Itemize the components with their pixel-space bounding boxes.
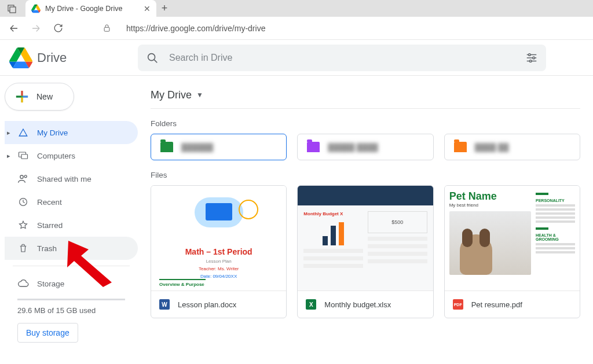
recent-icon bbox=[17, 197, 29, 207]
storage-usage-text: 29.6 MB of 15 GB used bbox=[5, 306, 138, 315]
excel-icon: X bbox=[306, 299, 316, 310]
new-button-label: New bbox=[36, 92, 53, 101]
file-name: Pet resume.pdf bbox=[471, 300, 522, 309]
drive-logo-icon bbox=[9, 46, 32, 69]
shared-icon bbox=[17, 173, 29, 185]
svg-point-11 bbox=[24, 175, 27, 178]
computers-icon bbox=[17, 150, 29, 161]
breadcrumb[interactable]: My Drive ▼ bbox=[151, 84, 580, 106]
file-thumbnail: Pet Name My best friend Personality Heal… bbox=[445, 186, 580, 291]
reload-button[interactable] bbox=[52, 23, 64, 34]
sidebar: New ▸ My Drive ▸ Computers Shared with m… bbox=[0, 76, 138, 364]
folder-icon bbox=[454, 142, 467, 152]
drive-favicon-icon bbox=[31, 4, 41, 13]
sidebar-item-shared[interactable]: Shared with me bbox=[5, 167, 138, 190]
svg-rect-9 bbox=[21, 155, 28, 159]
sidebar-item-storage[interactable]: Storage bbox=[5, 272, 138, 295]
cloud-icon bbox=[17, 278, 29, 289]
file-item[interactable]: Math – 1st Period Lesson Plan Teacher: M… bbox=[151, 185, 287, 318]
pdf-icon: PDF bbox=[453, 299, 463, 310]
sidebar-item-label: Storage bbox=[37, 280, 64, 288]
app-header: Drive Search in Drive bbox=[0, 40, 593, 76]
browser-tab[interactable]: My Drive - Google Drive ✕ bbox=[25, 0, 156, 17]
breadcrumb-label: My Drive bbox=[151, 89, 192, 101]
lock-icon[interactable] bbox=[101, 23, 112, 34]
browser-tabstrip: My Drive - Google Drive ✕ + bbox=[0, 0, 593, 17]
sidebar-item-label: Trash bbox=[37, 244, 57, 253]
sidebar-divider bbox=[13, 266, 130, 266]
search-bar[interactable]: Search in Drive bbox=[138, 45, 546, 71]
file-thumbnail: Math – 1st Period Lesson Plan Teacher: M… bbox=[151, 186, 286, 291]
file-name: Lesson plan.docx bbox=[178, 300, 236, 309]
close-tab-icon[interactable]: ✕ bbox=[144, 4, 151, 13]
folder-name: █████ ████ bbox=[328, 143, 378, 152]
sidebar-item-label: My Drive bbox=[37, 128, 68, 137]
expand-icon[interactable]: ▸ bbox=[7, 152, 10, 160]
drive-brand[interactable]: Drive bbox=[9, 46, 138, 69]
file-item[interactable]: Monthly Budget X $500 X Monthly budget.x… bbox=[297, 185, 433, 318]
sidebar-item-computers[interactable]: ▸ Computers bbox=[5, 144, 138, 167]
folders-heading: Folders bbox=[151, 119, 580, 128]
sidebar-item-my-drive[interactable]: ▸ My Drive bbox=[5, 121, 138, 144]
address-bar: https://drive.google.com/drive/my-drive bbox=[0, 17, 593, 40]
folder-item[interactable]: █████ ████ bbox=[297, 134, 433, 160]
svg-point-7 bbox=[529, 60, 532, 62]
sidebar-item-label: Recent bbox=[37, 198, 62, 207]
sidebar-item-label: Starred bbox=[37, 221, 63, 230]
file-thumbnail: Monthly Budget X $500 bbox=[298, 186, 433, 291]
sidebar-item-label: Computers bbox=[37, 152, 75, 160]
files-heading: Files bbox=[151, 171, 580, 179]
main-content: My Drive ▼ Folders ██████ █████ ████ ███… bbox=[138, 76, 593, 364]
back-button[interactable] bbox=[8, 23, 20, 34]
new-tab-button[interactable]: + bbox=[156, 0, 173, 17]
svg-point-5 bbox=[529, 53, 531, 56]
svg-rect-1 bbox=[10, 7, 16, 13]
folder-name: ████ ██ bbox=[475, 143, 509, 152]
plus-icon bbox=[14, 89, 30, 104]
svg-point-3 bbox=[148, 53, 155, 60]
drive-product-name: Drive bbox=[37, 50, 67, 65]
storage-meter bbox=[17, 299, 125, 300]
expand-icon[interactable]: ▸ bbox=[7, 129, 10, 137]
buy-storage-button[interactable]: Buy storage bbox=[17, 323, 78, 343]
folder-name: ██████ bbox=[181, 143, 213, 152]
file-name: Monthly budget.xlsx bbox=[324, 300, 391, 309]
divider bbox=[151, 108, 580, 109]
word-icon: W bbox=[159, 299, 170, 310]
tab-title: My Drive - Google Drive bbox=[45, 5, 139, 13]
folder-item[interactable]: ████ ██ bbox=[444, 134, 580, 160]
new-button[interactable]: New bbox=[5, 83, 74, 111]
svg-line-4 bbox=[154, 60, 157, 62]
sidebar-item-starred[interactable]: Starred bbox=[5, 214, 138, 237]
url-text[interactable]: https://drive.google.com/drive/my-drive bbox=[126, 24, 265, 33]
svg-point-6 bbox=[533, 57, 535, 59]
sidebar-item-trash[interactable]: Trash bbox=[5, 237, 138, 260]
tab-actions-icon[interactable] bbox=[5, 2, 20, 17]
search-input[interactable]: Search in Drive bbox=[169, 53, 515, 63]
my-drive-icon bbox=[17, 127, 29, 138]
folder-icon bbox=[160, 142, 173, 152]
sidebar-item-recent[interactable]: Recent bbox=[5, 190, 138, 214]
svg-point-10 bbox=[20, 175, 23, 178]
folder-icon bbox=[307, 142, 320, 152]
search-options-icon[interactable] bbox=[525, 52, 538, 64]
sidebar-item-label: Shared with me bbox=[37, 175, 91, 183]
star-icon bbox=[17, 220, 29, 230]
svg-rect-2 bbox=[104, 27, 109, 31]
chevron-down-icon: ▼ bbox=[196, 91, 203, 99]
file-item[interactable]: Pet Name My best friend Personality Heal… bbox=[444, 185, 580, 318]
search-icon bbox=[146, 52, 159, 64]
forward-button bbox=[30, 23, 42, 34]
folder-item[interactable]: ██████ bbox=[151, 134, 287, 160]
trash-icon bbox=[17, 243, 29, 253]
